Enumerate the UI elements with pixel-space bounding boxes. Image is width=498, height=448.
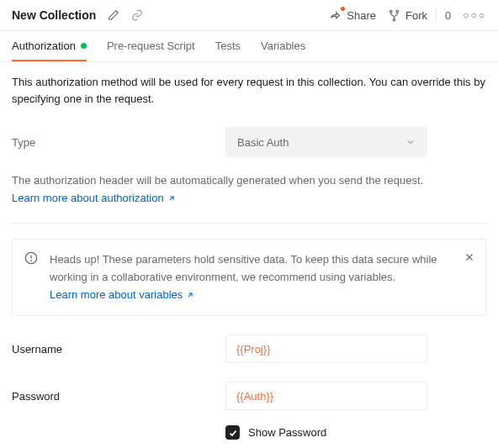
type-row: Type Basic Auth (12, 127, 486, 157)
tab-variables[interactable]: Variables (261, 31, 305, 61)
svg-point-2 (393, 18, 395, 21)
show-password-row: Show Password (225, 425, 486, 440)
external-link-icon (167, 194, 176, 203)
tab-pre-request-script[interactable]: Pre-request Script (107, 31, 195, 61)
link-text: Learn more about variables (50, 287, 183, 304)
header-actions: Share Fork 0 ○○○ (329, 9, 486, 22)
share-arrow-icon (329, 9, 342, 22)
username-row: Username (12, 335, 486, 363)
fork-button[interactable]: Fork 0 (388, 9, 451, 22)
fork-label: Fork (405, 9, 427, 22)
collection-title[interactable]: New Collection (12, 8, 96, 22)
header-bar: New Collection Share Fork 0 ○○○ (0, 0, 498, 30)
divider (12, 223, 486, 224)
tab-label: Pre-request Script (107, 40, 195, 52)
sensitive-data-alert: Heads up! These parameters hold sensitiv… (12, 239, 486, 316)
tab-label: Tests (215, 40, 241, 52)
authorization-panel: This authorization method will be used f… (0, 62, 498, 448)
alert-text: Heads up! These parameters hold sensitiv… (50, 253, 437, 283)
tab-label: Variables (261, 40, 305, 52)
tab-tests[interactable]: Tests (215, 31, 241, 61)
tab-authorization[interactable]: Authorization (12, 31, 87, 61)
learn-more-variables-link[interactable]: Learn more about variables (50, 287, 194, 304)
type-label: Type (12, 136, 225, 149)
close-alert-button[interactable] (464, 251, 475, 263)
status-dot-icon (81, 43, 87, 49)
alert-info-icon (24, 251, 38, 265)
chevron-down-icon (405, 137, 416, 147)
show-password-label: Show Password (248, 426, 326, 439)
auto-generated-note: The authorization header will be automat… (12, 174, 486, 187)
link-text: Learn more about authorization (12, 192, 164, 204)
password-label: Password (12, 390, 225, 403)
svg-point-5 (31, 261, 32, 261)
share-button[interactable]: Share (329, 9, 376, 22)
fork-icon (388, 9, 400, 22)
share-label: Share (347, 9, 376, 22)
edit-icon[interactable] (108, 9, 119, 21)
svg-point-0 (390, 10, 393, 13)
show-password-checkbox[interactable] (225, 425, 240, 440)
svg-point-1 (396, 10, 399, 13)
auth-type-value: Basic Auth (237, 136, 289, 149)
password-input[interactable] (225, 382, 427, 410)
fork-count: 0 (436, 9, 451, 22)
authorization-description: This authorization method will be used f… (12, 74, 486, 107)
tabs-bar: Authorization Pre-request Script Tests V… (0, 30, 498, 62)
tab-label: Authorization (12, 40, 76, 52)
password-row: Password (12, 382, 486, 410)
external-link-icon (186, 291, 194, 299)
learn-more-authorization-link[interactable]: Learn more about authorization (12, 192, 176, 204)
more-options-button[interactable]: ○○○ (463, 9, 486, 21)
auth-type-select[interactable]: Basic Auth (225, 127, 427, 157)
username-input[interactable] (225, 335, 427, 363)
username-label: Username (12, 343, 225, 356)
link-icon[interactable] (131, 9, 143, 21)
